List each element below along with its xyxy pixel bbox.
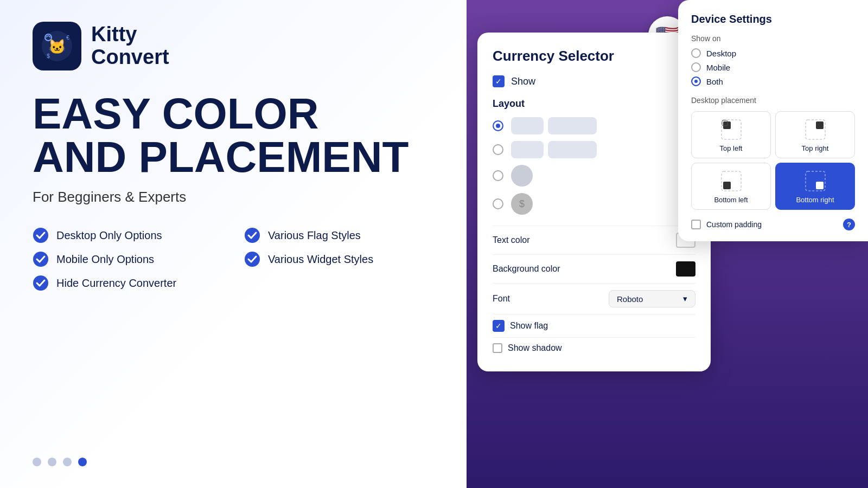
placement-bottom-left-label: Bottom left [714,196,748,204]
pagination-dots [33,458,434,466]
layout-row-3[interactable] [493,165,695,187]
left-section: 🐱 € $ Kitty Convert EASY COLOR AND PLACE… [0,0,467,488]
feature-item: Desktop Only Options [33,227,222,243]
show-flag-label: Show flag [510,321,548,331]
layout-row-1[interactable] [493,117,695,134]
svg-point-6 [245,228,260,243]
custom-padding-label: Custom padding [706,220,762,229]
placement-top-right[interactable]: Top right [775,111,855,158]
layout-radio-2[interactable] [493,144,503,155]
text-color-label: Text color [493,235,529,245]
layout-pill-sm2 [511,141,544,158]
svg-rect-16 [723,182,731,189]
svg-point-7 [33,252,48,267]
svg-text:€: € [66,35,69,41]
custom-padding-row: Custom padding ? [691,219,855,230]
show-on-radio-group: Desktop Mobile Both [691,48,855,86]
text-color-row: Text color [493,226,695,254]
desktop-placement-label: Desktop placement [691,96,855,105]
layout-circle [511,165,533,187]
check-icon [244,227,260,243]
features-grid: Desktop Only Options Various Flag Styles… [33,227,434,291]
check-icon [244,251,260,267]
dot-4-active[interactable] [78,458,87,466]
radio-desktop[interactable]: Desktop [691,48,855,58]
placement-top-left-label: Top left [720,144,743,152]
feature-item: Various Widget Styles [244,251,434,267]
placement-bottom-right[interactable]: Bottom right [775,163,855,210]
check-icon [33,227,49,243]
layout-pill-wide2 [548,141,597,158]
layout-radio-3[interactable] [493,170,503,181]
dot-2[interactable] [48,458,56,466]
placement-bottom-left[interactable]: Bottom left [691,163,771,210]
feature-item: Various Flag Styles [244,227,434,243]
feature-item: Hide Currency Converter [33,275,222,291]
bg-color-swatch[interactable] [676,261,695,277]
right-section: 🇺🇸 🇺🇸 USD ≡ USD ≡ $ Currency Selector ✓ … [467,0,868,488]
svg-text:🐱: 🐱 [48,38,66,55]
bg-color-label: Background color [493,264,560,274]
svg-rect-18 [816,182,824,189]
layout-preview-2 [511,141,597,158]
device-settings-title: Device Settings [691,13,855,25]
svg-text:$: $ [47,53,50,59]
svg-rect-11 [723,121,731,129]
chevron-down-icon: ▾ [683,294,687,304]
font-row: Font Roboto ▾ [493,283,695,314]
dot-3[interactable] [63,458,72,466]
layout-pill-sm [511,117,544,134]
show-flag-row: ✓ Show flag [493,314,695,337]
currency-selector-panel: Currency Selector ✓ Show Layout [477,33,711,371]
layout-row-4[interactable]: $ [493,193,695,215]
layout-radio-1[interactable] [493,120,503,131]
show-checkbox[interactable]: ✓ [493,75,505,87]
placement-top-left[interactable]: Top left [691,111,771,158]
hero-headline: EASY COLOR AND PLACEMENT [33,92,434,179]
layout-row-2[interactable] [493,141,695,158]
show-shadow-checkbox[interactable] [493,343,502,353]
bg-color-row: Background color [493,254,695,283]
hero-subtitle: For Begginers & Experts [33,189,434,206]
radio-btn-mobile[interactable] [691,62,701,72]
radio-btn-both[interactable] [691,76,701,86]
svg-point-9 [33,275,48,291]
show-shadow-label: Show shadow [508,343,562,353]
logo-text: Kitty Convert [91,23,169,69]
logo-area: 🐱 € $ Kitty Convert [33,22,434,70]
dot-1[interactable] [33,458,41,466]
layout-options: $ [493,117,695,215]
radio-both[interactable]: Both [691,76,855,86]
layout-circle-dollar: $ [511,193,533,215]
show-on-label: Show on [691,34,855,43]
svg-rect-14 [816,121,824,129]
placement-bottom-right-label: Bottom right [796,196,834,204]
device-settings-panel: Device Settings Show on Desktop Mobile B… [678,0,868,241]
svg-point-5 [33,228,48,243]
show-row: ✓ Show [493,75,695,87]
layout-pill-wide [548,117,597,134]
placement-grid: Top left Top right Bottom left [691,111,855,210]
placement-top-right-label: Top right [802,144,829,152]
logo-icon: 🐱 € $ [33,22,81,70]
radio-mobile[interactable]: Mobile [691,62,855,72]
layout-radio-4[interactable] [493,198,503,209]
font-label: Font [493,294,510,304]
show-label: Show [511,76,535,87]
font-select[interactable]: Roboto ▾ [609,290,695,307]
feature-item: Mobile Only Options [33,251,222,267]
currency-selector-title: Currency Selector [493,48,695,65]
show-shadow-row: Show shadow [493,337,695,358]
svg-point-8 [245,252,260,267]
custom-padding-checkbox[interactable] [691,220,701,229]
layout-title: Layout [493,98,695,110]
check-icon [33,251,49,267]
check-icon [33,275,49,291]
radio-btn-desktop[interactable] [691,48,701,58]
help-icon[interactable]: ? [843,219,855,230]
layout-preview-1 [511,117,597,134]
show-flag-checkbox[interactable]: ✓ [493,320,505,332]
